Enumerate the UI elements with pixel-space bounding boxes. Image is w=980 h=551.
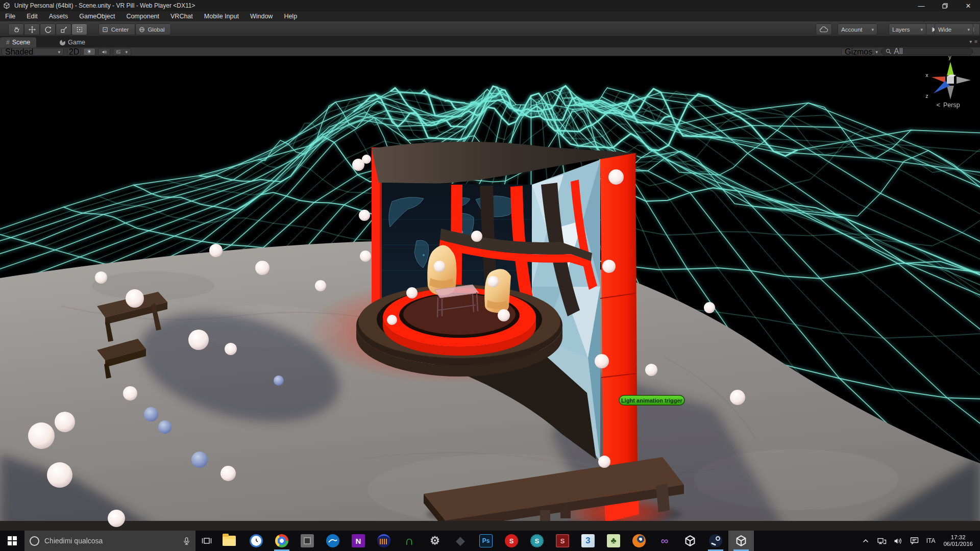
- lighting-toggle-button[interactable]: ☀: [83, 48, 95, 56]
- light-sphere[interactable]: [645, 364, 657, 376]
- taskbar-app-unity-active[interactable]: [728, 531, 754, 551]
- taskbar-app-alarms-clock[interactable]: [243, 531, 269, 551]
- effects-dropdown[interactable]: ▾: [113, 48, 131, 56]
- rotate-tool-button[interactable]: [40, 23, 56, 35]
- menu-item-assets[interactable]: Assets: [49, 13, 68, 20]
- light-sphere[interactable]: [209, 244, 223, 257]
- taskbar-app-headset-app[interactable]: ∩: [397, 531, 422, 551]
- light-sphere[interactable]: [487, 276, 499, 287]
- file-explorer-button[interactable]: [218, 531, 240, 551]
- tab-options-icon[interactable]: ▾ ≡: [969, 39, 978, 44]
- shading-mode-dropdown[interactable]: Shaded▾: [2, 48, 64, 56]
- taskbar-app-audacity[interactable]: [371, 531, 397, 551]
- clock[interactable]: 17:32 06/01/2016: [940, 534, 976, 547]
- light-sphere[interactable]: [434, 261, 445, 272]
- stage-armchair-right[interactable]: [484, 269, 511, 313]
- audio-toggle-button[interactable]: [98, 48, 110, 56]
- taskbar-app-blender[interactable]: [626, 531, 652, 551]
- light-sphere[interactable]: [255, 261, 270, 275]
- gizmos-dropdown[interactable]: Gizmos▾: [841, 48, 876, 56]
- light-sphere[interactable]: [598, 456, 610, 468]
- global-local-button[interactable]: Global: [135, 23, 171, 35]
- taskbar-app-openoffice[interactable]: [320, 531, 346, 551]
- move-tool-button[interactable]: [24, 23, 40, 35]
- light-sphere[interactable]: [191, 452, 208, 468]
- light-sphere[interactable]: [144, 407, 158, 421]
- light-animation-trigger-label[interactable]: Light animation trigger: [619, 395, 684, 405]
- menu-item-window[interactable]: Window: [250, 13, 273, 20]
- taskbar-app-photoshop[interactable]: Ps: [473, 531, 499, 551]
- light-sphere[interactable]: [220, 466, 236, 481]
- light-sphere[interactable]: [704, 302, 715, 313]
- start-button[interactable]: [0, 531, 24, 551]
- gizmo-y-cone[interactable]: [947, 62, 954, 76]
- cloud-button[interactable]: [816, 23, 832, 35]
- menu-item-mobile-input[interactable]: Mobile Input: [204, 13, 239, 20]
- light-sphere[interactable]: [126, 289, 144, 308]
- pivot-center-button[interactable]: Center: [99, 23, 135, 35]
- network-icon[interactable]: [875, 537, 889, 545]
- taskbar-app-onenote[interactable]: N: [346, 531, 371, 551]
- menu-item-component[interactable]: Component: [126, 13, 159, 20]
- gizmo-x-cone[interactable]: [932, 77, 945, 83]
- taskbar-app-unity[interactable]: [677, 531, 703, 551]
- scene-gizmo[interactable]: y x z < Persp: [925, 56, 971, 109]
- search-input[interactable]: [44, 537, 178, 545]
- layout-dropdown[interactable]: Wide▾: [935, 23, 973, 35]
- hand-tool-button[interactable]: [8, 23, 24, 35]
- light-sphere[interactable]: [28, 422, 55, 449]
- light-sphere[interactable]: [55, 412, 75, 432]
- language-indicator[interactable]: ITA: [924, 537, 938, 544]
- light-sphere[interactable]: [158, 420, 172, 434]
- tab-game[interactable]: Game: [54, 37, 91, 47]
- menu-item-gameobject[interactable]: GameObject: [79, 13, 115, 20]
- taskbar-app-inkscape[interactable]: ◆: [448, 531, 473, 551]
- light-sphere[interactable]: [225, 343, 237, 355]
- light-sphere[interactable]: [595, 354, 609, 368]
- minimize-button[interactable]: —: [910, 0, 933, 11]
- light-sphere[interactable]: [471, 231, 482, 242]
- light-sphere[interactable]: [95, 271, 107, 284]
- tab-scene[interactable]: # Scene: [0, 37, 36, 47]
- light-sphere[interactable]: [602, 260, 616, 273]
- stage-platform[interactable]: [356, 285, 562, 377]
- account-dropdown[interactable]: Account▾: [838, 23, 877, 35]
- close-button[interactable]: ✕: [957, 0, 980, 11]
- menu-item-edit[interactable]: Edit: [27, 13, 38, 20]
- restore-button[interactable]: [933, 0, 957, 11]
- taskbar-app-substance-designer[interactable]: S: [524, 531, 550, 551]
- action-center-icon[interactable]: [908, 537, 921, 545]
- taskbar-app-3ds-max[interactable]: 3: [575, 531, 601, 551]
- rect-tool-button[interactable]: [71, 23, 87, 35]
- light-sphere[interactable]: [730, 390, 745, 405]
- scale-tool-button[interactable]: [56, 23, 71, 35]
- menu-item-file[interactable]: File: [5, 13, 15, 20]
- cortana-searchbox[interactable]: [24, 531, 195, 551]
- menu-item-help[interactable]: Help: [284, 13, 297, 20]
- task-view-button[interactable]: [195, 531, 218, 551]
- scene-search-input[interactable]: All: [881, 48, 973, 55]
- light-sphere[interactable]: [123, 386, 137, 400]
- light-sphere[interactable]: [274, 375, 284, 386]
- light-sphere[interactable]: [608, 169, 624, 185]
- taskbar-app-gears-app[interactable]: ⚙: [422, 531, 448, 551]
- microphone-icon[interactable]: [183, 537, 190, 545]
- light-sphere[interactable]: [387, 315, 397, 325]
- taskbar-app-steam[interactable]: [703, 531, 728, 551]
- light-sphere[interactable]: [498, 309, 510, 321]
- light-sphere[interactable]: [47, 462, 72, 488]
- taskbar-app-substance-painter[interactable]: S: [499, 531, 524, 551]
- taskbar-app-speedtree[interactable]: ♣: [601, 531, 626, 551]
- light-sphere[interactable]: [360, 251, 371, 262]
- light-sphere[interactable]: [188, 330, 209, 350]
- taskbar-app-bitmap2material[interactable]: S: [550, 531, 575, 551]
- volume-icon[interactable]: [892, 537, 905, 545]
- light-sphere[interactable]: [359, 210, 370, 221]
- menu-item-vrchat[interactable]: VRChat: [170, 13, 193, 20]
- light-sphere[interactable]: [108, 510, 125, 527]
- light-sphere[interactable]: [352, 159, 364, 171]
- layers-dropdown[interactable]: Layers▾: [889, 23, 926, 35]
- taskbar-app-system-box[interactable]: [295, 531, 320, 551]
- 2d-toggle-button[interactable]: 2D: [67, 48, 81, 56]
- taskbar-app-chrome[interactable]: [269, 531, 295, 551]
